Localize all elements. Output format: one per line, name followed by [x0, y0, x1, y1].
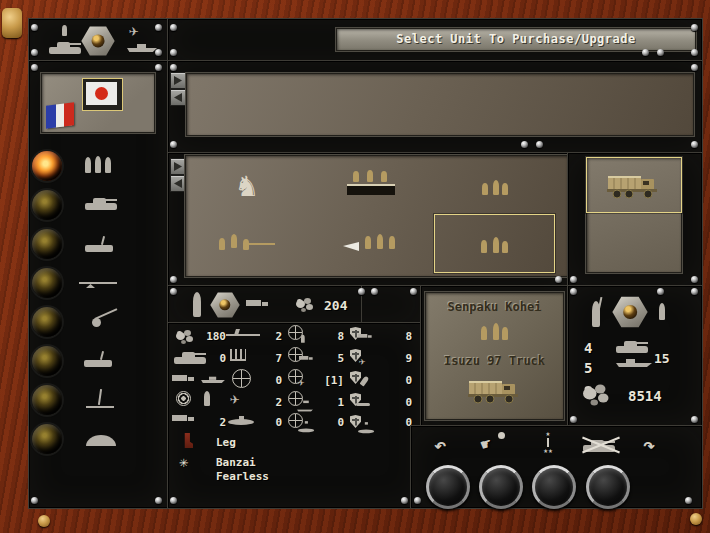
filter-toolbar: [28, 18, 169, 62]
money-bag-icon: [174, 327, 196, 344]
class-button-infantry[interactable]: [32, 151, 62, 181]
rivet: [642, 49, 649, 56]
rivet: [155, 64, 162, 71]
land-forces-icon: [616, 346, 648, 353]
stat-value: 2: [264, 331, 282, 342]
stat-value: 2: [264, 397, 282, 408]
class-button-anti-tank[interactable]: [32, 268, 62, 298]
deployed-units-strip[interactable]: [186, 73, 694, 136]
small-soldier-icon: [659, 303, 665, 320]
anti-tank-class-icon: [79, 279, 117, 288]
unit-transport-toggle-button[interactable]: [210, 292, 240, 318]
unit-cell-cavalry[interactable]: [185, 155, 309, 215]
attack-naval-icon: [288, 391, 316, 411]
army-overview-panel: 4 5 15 8514: [567, 285, 703, 427]
transport-panel: [567, 152, 703, 287]
transport-cell-empty[interactable]: [586, 211, 680, 271]
total-cost-value: 204: [324, 299, 347, 312]
transport-cell-isuzu-97-truck-selected[interactable]: [586, 157, 682, 213]
attack-soft-icon: [288, 325, 316, 345]
transport-view-icon: [246, 300, 270, 309]
core-value: 15: [654, 352, 670, 365]
rivet: [657, 288, 664, 295]
defense-torpedo-icon: [350, 391, 384, 411]
army-toggle-button[interactable]: [612, 296, 648, 328]
attack-value: 0: [318, 417, 344, 428]
defense-ground-icon: [350, 325, 384, 345]
cost-value: 180: [198, 331, 226, 342]
mg-team-sprite: [217, 236, 277, 254]
attack-air-icon: [288, 369, 316, 389]
upgrade-icon: ★ ★★: [537, 430, 559, 460]
page-title: Select Unit To Purchase/Upgrade: [337, 29, 695, 50]
class-button-anti-air-vehicle[interactable]: [32, 346, 62, 376]
strip-scroll-left-button[interactable]: [170, 89, 186, 106]
deployed-strip-panel: [167, 60, 703, 154]
cost-icon: [294, 295, 316, 312]
unit-cell-engineer-landing-party[interactable]: [309, 155, 433, 215]
purchase-button[interactable]: [479, 465, 523, 509]
rivet: [691, 64, 698, 71]
trait-line2: Fearless: [216, 471, 269, 482]
strip-scroll-right-button[interactable]: [170, 72, 186, 89]
movement-type-value: Leg: [216, 437, 236, 448]
upgrade-button[interactable]: [532, 465, 576, 509]
flame-squad-sprite: [343, 236, 399, 254]
rivet: [691, 416, 698, 423]
transport-name: Isuzu 97 Truck: [426, 355, 563, 367]
unit-cell-senpaku-kohei-selected[interactable]: [434, 214, 555, 273]
purchase-screen: Select Unit To Purchase/Upgrade: [0, 0, 710, 533]
unit-type-toggle-button[interactable]: [81, 26, 115, 56]
rivet: [31, 497, 38, 504]
grid-scroll-left-button[interactable]: [170, 175, 186, 192]
rivet: [570, 288, 577, 295]
undo-button[interactable]: [426, 465, 470, 509]
unit-cell-flamethrower-squad[interactable]: [309, 215, 433, 275]
anti-air-vehicle-class-icon: [84, 352, 114, 367]
air-defense-class-icon: [86, 389, 114, 408]
rivet: [170, 141, 177, 148]
class-button-artillery[interactable]: [32, 307, 62, 337]
rivet: [31, 24, 38, 31]
flag-france[interactable]: [46, 102, 74, 128]
title-bar: Select Unit To Purchase/Upgrade: [336, 28, 696, 51]
attack-value: 1: [318, 397, 344, 408]
rivet: [691, 141, 698, 148]
defense-value: 0: [392, 375, 412, 386]
unit-cell-machinegun-team[interactable]: [185, 215, 309, 275]
done-icon: [643, 435, 655, 455]
soldier-stat-icon: [204, 391, 210, 406]
grid-scroll-right-button[interactable]: [170, 158, 186, 175]
disband-button[interactable]: [586, 465, 630, 509]
infantry-squad-sprite: [482, 176, 508, 195]
rivet: [170, 24, 177, 31]
stat-value: 0: [264, 417, 282, 428]
class-sidebar: [28, 60, 169, 509]
class-button-air-defense[interactable]: [32, 385, 62, 415]
rivet: [170, 276, 177, 283]
class-button-tank[interactable]: [32, 190, 62, 220]
rivet: [401, 497, 408, 504]
rivet: [170, 497, 177, 504]
land-transport-icon: [172, 375, 196, 384]
class-button-recon[interactable]: [32, 229, 62, 259]
fort-class-icon: [86, 435, 116, 446]
sea-transport-icon: [201, 376, 225, 383]
undo-icon: [434, 435, 446, 455]
rivet: [570, 276, 577, 283]
rivet: [685, 497, 692, 504]
rivet: [31, 49, 38, 56]
truck-sprite: [605, 170, 663, 200]
flag-japan-selected[interactable]: [82, 78, 123, 111]
class-button-fort[interactable]: [32, 424, 62, 454]
disband-icon: [581, 436, 621, 456]
rivet: [155, 24, 162, 31]
rivet: [155, 497, 162, 504]
stat-value: 7: [264, 353, 282, 364]
unit-info-panel: Senpaku Kohei Isuzu 97 Truck: [420, 285, 569, 427]
rivet: [691, 49, 698, 56]
engineer-boat-sprite: [347, 171, 395, 199]
unit-cell-infantry-squad[interactable]: [433, 155, 557, 215]
stats-header-panel: 204: [167, 285, 422, 324]
land-units-icon[interactable]: [45, 23, 85, 55]
